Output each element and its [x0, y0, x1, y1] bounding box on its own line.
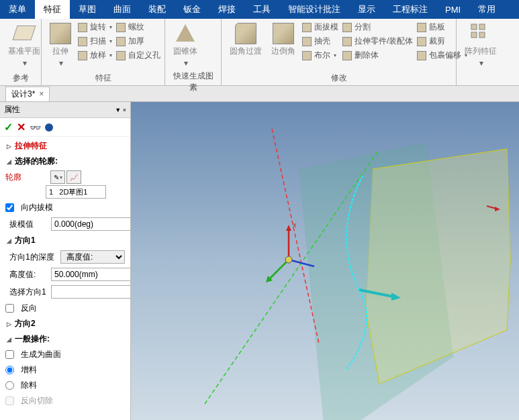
- ok-button[interactable]: ✓: [4, 121, 13, 134]
- panel-toolbar: ✓ ✕ 👓: [0, 118, 130, 137]
- split-button[interactable]: 分割: [342, 21, 413, 33]
- delete-body-button[interactable]: 删除体: [342, 50, 413, 61]
- shell-button[interactable]: 抽壳: [302, 36, 338, 47]
- menu-item-5[interactable]: 钣金: [175, 0, 209, 19]
- height-input[interactable]: [51, 268, 130, 281]
- svg-point-18: [285, 256, 292, 263]
- cone-button[interactable]: 圆锥体▾: [171, 21, 200, 69]
- svg-marker-14: [286, 225, 291, 231]
- panel-dropdown-icon[interactable]: ▼ ×: [115, 107, 126, 113]
- pattern-button[interactable]: 阵列特征▾: [462, 21, 500, 69]
- svg-rect-2: [471, 32, 477, 38]
- menu-item-6[interactable]: 焊接: [209, 0, 244, 19]
- sketch-plot-button[interactable]: 📈: [66, 170, 81, 184]
- preview-button[interactable]: 👓: [30, 122, 41, 133]
- depth-label: 方向1的深度: [9, 252, 56, 263]
- ribbon-group-label: 参考: [5, 71, 36, 84]
- profile-section[interactable]: ◢ 选择的轮廓:: [0, 154, 130, 169]
- loft-button[interactable]: 放样▾: [78, 50, 112, 61]
- document-tab[interactable]: 设计3* ×: [5, 87, 50, 101]
- direction2-section[interactable]: ▷ 方向2: [0, 316, 130, 331]
- document-tab-title: 设计3*: [11, 89, 35, 100]
- select-dir1-input[interactable]: [51, 285, 130, 299]
- ribbon-group-label: 快速生成图素: [171, 69, 216, 93]
- reverse-cut-label: 反向切除: [21, 395, 53, 407]
- direction1-section[interactable]: ◢ 方向1: [0, 233, 130, 248]
- svg-text:x: x: [293, 221, 297, 229]
- boolean-button[interactable]: 布尔▾: [302, 50, 338, 61]
- panel-title: 属性: [4, 104, 20, 115]
- ribbon: 基准平面▾ 参考 拉伸▾ 旋转▾ 扫描▾ 放样▾ 螺纹 加厚 自定义孔 特征: [0, 19, 519, 86]
- expander-icon[interactable]: ◢: [5, 336, 12, 343]
- depth-type-select[interactable]: 高度值:: [60, 250, 125, 264]
- face-draft-button[interactable]: 面拔模: [302, 21, 338, 33]
- svg-line-15: [270, 260, 289, 278]
- menu-item-0[interactable]: 菜单: [0, 0, 35, 19]
- select-dir1-label: 选择方向1: [9, 286, 47, 298]
- viewport-3d[interactable]: x: [131, 102, 519, 420]
- draft-value-label: 拔模值: [9, 219, 47, 230]
- custom-hole-button[interactable]: 自定义孔: [116, 50, 160, 61]
- menu-item-2[interactable]: 草图: [70, 0, 105, 19]
- add-material-radio[interactable]: [5, 366, 14, 374]
- datum-plane-button[interactable]: 基准平面▾: [5, 21, 43, 69]
- reverse-label: 反向: [21, 303, 37, 314]
- ribbon-group-label: 修改: [227, 71, 451, 84]
- stretch-part-button[interactable]: 拉伸零件/装配体: [342, 36, 413, 47]
- thread-button[interactable]: 螺纹: [116, 21, 160, 33]
- profile-input[interactable]: [46, 185, 106, 199]
- menu-item-10[interactable]: 工程标注: [384, 0, 436, 19]
- extrude-button[interactable]: 拉伸▾: [47, 21, 74, 69]
- general-section[interactable]: ◢ 一般操作:: [0, 331, 130, 347]
- expander-icon[interactable]: ◢: [5, 238, 12, 244]
- revolve-button[interactable]: 旋转▾: [78, 21, 112, 33]
- menu-item-7[interactable]: 工具: [244, 0, 279, 19]
- info-button[interactable]: [45, 123, 53, 132]
- expander-icon[interactable]: ▷: [5, 321, 12, 327]
- expander-icon[interactable]: ▷: [5, 143, 12, 150]
- thicken-button[interactable]: 加厚: [116, 36, 160, 47]
- height-label: 高度值:: [9, 269, 47, 280]
- reverse-cut-checkbox: [5, 397, 14, 405]
- menu-item-1[interactable]: 特征: [35, 0, 70, 19]
- document-tabbar: 设计3* ×: [0, 86, 519, 102]
- menu-item-12[interactable]: 常用: [469, 0, 504, 19]
- menu-item-9[interactable]: 显示: [349, 0, 384, 19]
- remove-material-label: 除料: [21, 380, 37, 391]
- ribbon-group-label: [462, 83, 498, 84]
- svg-rect-0: [471, 24, 477, 30]
- svg-rect-1: [479, 24, 485, 30]
- as-surface-checkbox[interactable]: [5, 350, 14, 359]
- menu-item-3[interactable]: 曲面: [105, 0, 140, 19]
- menu-item-8[interactable]: 智能设计批注: [279, 0, 349, 19]
- expander-icon[interactable]: ◢: [5, 158, 12, 165]
- profile-label: 轮廓: [5, 172, 21, 183]
- remove-material-radio[interactable]: [5, 381, 14, 390]
- menubar: 菜单特征草图曲面装配钣金焊接工具智能设计批注显示工程标注PMI常用: [0, 0, 519, 19]
- inward-draft-checkbox[interactable]: [5, 203, 14, 212]
- close-icon[interactable]: ×: [39, 89, 44, 99]
- menu-item-11[interactable]: PMI: [436, 0, 469, 19]
- sketch-select-button[interactable]: ✎▾: [50, 170, 65, 184]
- svg-marker-5: [366, 149, 510, 384]
- add-material-label: 增料: [21, 364, 37, 376]
- cancel-button[interactable]: ✕: [17, 121, 26, 134]
- svg-rect-3: [479, 32, 485, 38]
- draft-value-input[interactable]: [51, 217, 130, 231]
- chamfer-button[interactable]: 边倒角: [269, 21, 298, 58]
- reverse-checkbox[interactable]: [5, 304, 14, 313]
- property-panel: 属性 ▼ × ✓ ✕ 👓 ▷ 拉伸特征 ◢ 选择的轮廓: 轮廓 ✎▾ 📈: [0, 102, 131, 420]
- ribbon-group-label: 特征: [47, 71, 159, 84]
- fillet-button[interactable]: 圆角过渡: [227, 21, 265, 58]
- as-surface-label: 生成为曲面: [21, 349, 61, 360]
- sweep-button[interactable]: 扫描▾: [78, 36, 112, 47]
- menu-item-4[interactable]: 装配: [140, 0, 175, 19]
- feature-node[interactable]: ▷ 拉伸特征: [0, 138, 130, 154]
- inward-draft-label: 向内拔模: [21, 202, 53, 213]
